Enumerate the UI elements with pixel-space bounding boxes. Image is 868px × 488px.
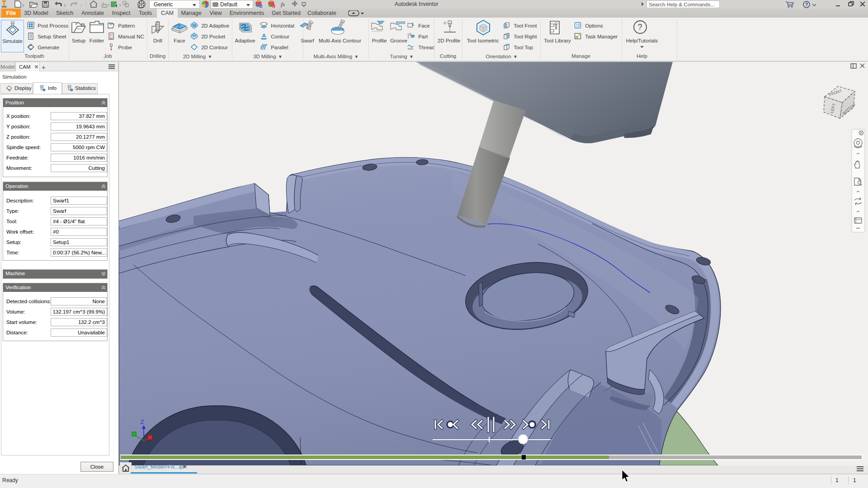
svg-text:PRO: PRO	[2, 5, 7, 8]
svg-text:?: ?	[638, 23, 642, 32]
svg-text:Z: Z	[141, 419, 144, 425]
svg-text:fx: fx	[281, 1, 285, 8]
svg-text:G2: G2	[110, 37, 113, 39]
svg-text:x: x	[273, 5, 274, 9]
svg-text:+: +	[260, 5, 262, 9]
svg-text:?: ?	[805, 2, 808, 7]
